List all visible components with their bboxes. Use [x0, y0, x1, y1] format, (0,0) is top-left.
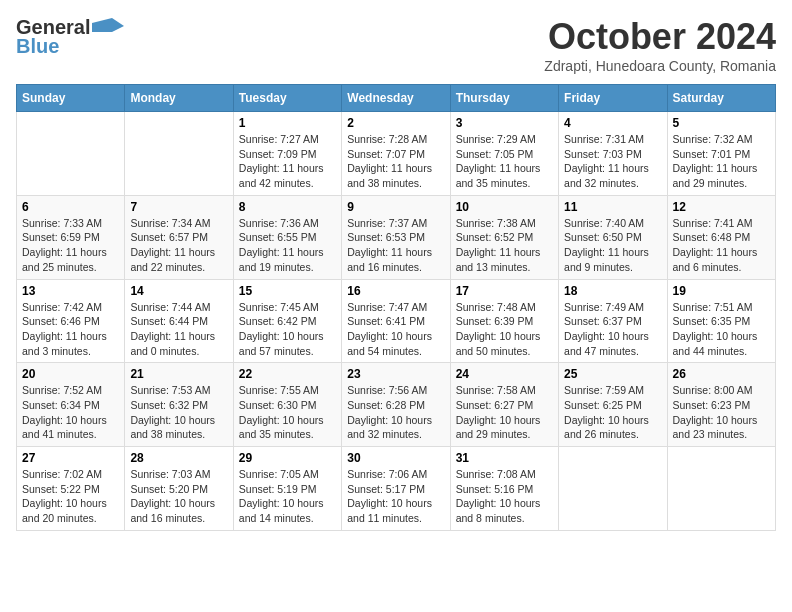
weekday-friday: Friday: [559, 85, 667, 112]
week-row-3: 13Sunrise: 7:42 AM Sunset: 6:46 PM Dayli…: [17, 279, 776, 363]
day-cell: 25Sunrise: 7:59 AM Sunset: 6:25 PM Dayli…: [559, 363, 667, 447]
day-number: 11: [564, 200, 661, 214]
day-cell: 17Sunrise: 7:48 AM Sunset: 6:39 PM Dayli…: [450, 279, 558, 363]
day-number: 8: [239, 200, 336, 214]
weekday-header-row: SundayMondayTuesdayWednesdayThursdayFrid…: [17, 85, 776, 112]
day-number: 12: [673, 200, 770, 214]
day-cell: 16Sunrise: 7:47 AM Sunset: 6:41 PM Dayli…: [342, 279, 450, 363]
day-cell: 4Sunrise: 7:31 AM Sunset: 7:03 PM Daylig…: [559, 112, 667, 196]
weekday-saturday: Saturday: [667, 85, 775, 112]
day-number: 23: [347, 367, 444, 381]
day-cell: 6Sunrise: 7:33 AM Sunset: 6:59 PM Daylig…: [17, 195, 125, 279]
day-number: 9: [347, 200, 444, 214]
day-cell: 27Sunrise: 7:02 AM Sunset: 5:22 PM Dayli…: [17, 447, 125, 531]
day-info: Sunrise: 7:06 AM Sunset: 5:17 PM Dayligh…: [347, 467, 444, 526]
day-cell: 18Sunrise: 7:49 AM Sunset: 6:37 PM Dayli…: [559, 279, 667, 363]
weekday-thursday: Thursday: [450, 85, 558, 112]
day-number: 13: [22, 284, 119, 298]
logo-bird-icon: [92, 18, 124, 38]
day-info: Sunrise: 7:59 AM Sunset: 6:25 PM Dayligh…: [564, 383, 661, 442]
day-cell: 8Sunrise: 7:36 AM Sunset: 6:55 PM Daylig…: [233, 195, 341, 279]
day-info: Sunrise: 7:34 AM Sunset: 6:57 PM Dayligh…: [130, 216, 227, 275]
day-info: Sunrise: 7:36 AM Sunset: 6:55 PM Dayligh…: [239, 216, 336, 275]
week-row-5: 27Sunrise: 7:02 AM Sunset: 5:22 PM Dayli…: [17, 447, 776, 531]
day-cell: 30Sunrise: 7:06 AM Sunset: 5:17 PM Dayli…: [342, 447, 450, 531]
day-info: Sunrise: 7:49 AM Sunset: 6:37 PM Dayligh…: [564, 300, 661, 359]
day-cell: 26Sunrise: 8:00 AM Sunset: 6:23 PM Dayli…: [667, 363, 775, 447]
day-cell: 24Sunrise: 7:58 AM Sunset: 6:27 PM Dayli…: [450, 363, 558, 447]
day-info: Sunrise: 7:05 AM Sunset: 5:19 PM Dayligh…: [239, 467, 336, 526]
day-number: 27: [22, 451, 119, 465]
day-info: Sunrise: 7:33 AM Sunset: 6:59 PM Dayligh…: [22, 216, 119, 275]
day-info: Sunrise: 7:45 AM Sunset: 6:42 PM Dayligh…: [239, 300, 336, 359]
day-info: Sunrise: 7:47 AM Sunset: 6:41 PM Dayligh…: [347, 300, 444, 359]
calendar-body: 1Sunrise: 7:27 AM Sunset: 7:09 PM Daylig…: [17, 112, 776, 531]
day-info: Sunrise: 7:08 AM Sunset: 5:16 PM Dayligh…: [456, 467, 553, 526]
day-info: Sunrise: 7:37 AM Sunset: 6:53 PM Dayligh…: [347, 216, 444, 275]
day-info: Sunrise: 7:28 AM Sunset: 7:07 PM Dayligh…: [347, 132, 444, 191]
day-number: 18: [564, 284, 661, 298]
day-number: 20: [22, 367, 119, 381]
day-number: 19: [673, 284, 770, 298]
weekday-sunday: Sunday: [17, 85, 125, 112]
day-cell: [667, 447, 775, 531]
day-cell: 11Sunrise: 7:40 AM Sunset: 6:50 PM Dayli…: [559, 195, 667, 279]
page-header: General Blue October 2024 Zdrapti, Huned…: [16, 16, 776, 74]
day-number: 22: [239, 367, 336, 381]
day-cell: 12Sunrise: 7:41 AM Sunset: 6:48 PM Dayli…: [667, 195, 775, 279]
day-number: 17: [456, 284, 553, 298]
day-number: 25: [564, 367, 661, 381]
day-info: Sunrise: 7:41 AM Sunset: 6:48 PM Dayligh…: [673, 216, 770, 275]
day-number: 15: [239, 284, 336, 298]
day-cell: 31Sunrise: 7:08 AM Sunset: 5:16 PM Dayli…: [450, 447, 558, 531]
day-cell: 20Sunrise: 7:52 AM Sunset: 6:34 PM Dayli…: [17, 363, 125, 447]
day-cell: 21Sunrise: 7:53 AM Sunset: 6:32 PM Dayli…: [125, 363, 233, 447]
day-number: 5: [673, 116, 770, 130]
day-cell: 1Sunrise: 7:27 AM Sunset: 7:09 PM Daylig…: [233, 112, 341, 196]
day-number: 4: [564, 116, 661, 130]
day-number: 30: [347, 451, 444, 465]
day-info: Sunrise: 7:29 AM Sunset: 7:05 PM Dayligh…: [456, 132, 553, 191]
day-cell: 5Sunrise: 7:32 AM Sunset: 7:01 PM Daylig…: [667, 112, 775, 196]
day-cell: 9Sunrise: 7:37 AM Sunset: 6:53 PM Daylig…: [342, 195, 450, 279]
day-info: Sunrise: 7:03 AM Sunset: 5:20 PM Dayligh…: [130, 467, 227, 526]
day-number: 29: [239, 451, 336, 465]
weekday-wednesday: Wednesday: [342, 85, 450, 112]
day-number: 16: [347, 284, 444, 298]
day-info: Sunrise: 7:40 AM Sunset: 6:50 PM Dayligh…: [564, 216, 661, 275]
day-number: 10: [456, 200, 553, 214]
day-info: Sunrise: 7:02 AM Sunset: 5:22 PM Dayligh…: [22, 467, 119, 526]
week-row-1: 1Sunrise: 7:27 AM Sunset: 7:09 PM Daylig…: [17, 112, 776, 196]
day-info: Sunrise: 7:51 AM Sunset: 6:35 PM Dayligh…: [673, 300, 770, 359]
day-cell: 15Sunrise: 7:45 AM Sunset: 6:42 PM Dayli…: [233, 279, 341, 363]
day-cell: 2Sunrise: 7:28 AM Sunset: 7:07 PM Daylig…: [342, 112, 450, 196]
day-info: Sunrise: 7:52 AM Sunset: 6:34 PM Dayligh…: [22, 383, 119, 442]
day-info: Sunrise: 7:56 AM Sunset: 6:28 PM Dayligh…: [347, 383, 444, 442]
day-number: 1: [239, 116, 336, 130]
month-title: October 2024: [544, 16, 776, 58]
day-cell: 13Sunrise: 7:42 AM Sunset: 6:46 PM Dayli…: [17, 279, 125, 363]
day-info: Sunrise: 7:58 AM Sunset: 6:27 PM Dayligh…: [456, 383, 553, 442]
day-info: Sunrise: 7:53 AM Sunset: 6:32 PM Dayligh…: [130, 383, 227, 442]
day-number: 7: [130, 200, 227, 214]
day-cell: 3Sunrise: 7:29 AM Sunset: 7:05 PM Daylig…: [450, 112, 558, 196]
week-row-4: 20Sunrise: 7:52 AM Sunset: 6:34 PM Dayli…: [17, 363, 776, 447]
logo-blue: Blue: [16, 35, 59, 58]
day-info: Sunrise: 7:48 AM Sunset: 6:39 PM Dayligh…: [456, 300, 553, 359]
day-cell: 7Sunrise: 7:34 AM Sunset: 6:57 PM Daylig…: [125, 195, 233, 279]
day-number: 21: [130, 367, 227, 381]
day-cell: [559, 447, 667, 531]
day-info: Sunrise: 7:32 AM Sunset: 7:01 PM Dayligh…: [673, 132, 770, 191]
day-info: Sunrise: 7:31 AM Sunset: 7:03 PM Dayligh…: [564, 132, 661, 191]
day-info: Sunrise: 7:27 AM Sunset: 7:09 PM Dayligh…: [239, 132, 336, 191]
day-cell: 28Sunrise: 7:03 AM Sunset: 5:20 PM Dayli…: [125, 447, 233, 531]
day-info: Sunrise: 8:00 AM Sunset: 6:23 PM Dayligh…: [673, 383, 770, 442]
week-row-2: 6Sunrise: 7:33 AM Sunset: 6:59 PM Daylig…: [17, 195, 776, 279]
day-number: 14: [130, 284, 227, 298]
day-number: 26: [673, 367, 770, 381]
day-cell: [125, 112, 233, 196]
calendar-table: SundayMondayTuesdayWednesdayThursdayFrid…: [16, 84, 776, 531]
svg-marker-0: [92, 18, 124, 32]
day-number: 28: [130, 451, 227, 465]
title-block: October 2024 Zdrapti, Hunedoara County, …: [544, 16, 776, 74]
